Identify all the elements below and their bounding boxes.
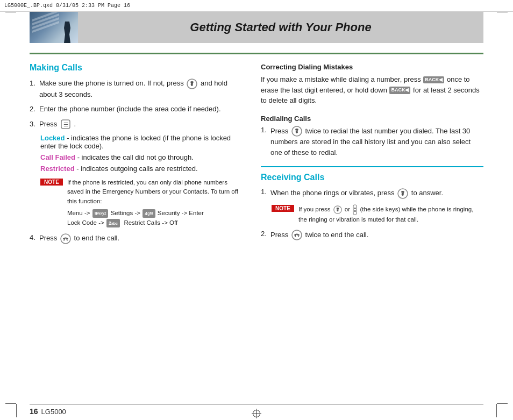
list-num-2: 2.: [30, 104, 39, 115]
redialing-content-1: Press twice to redial the last number yo…: [270, 126, 483, 158]
key-4-badge: 4ghi: [142, 209, 155, 218]
page-footer: 16 LG5000: [30, 404, 483, 416]
back-key-2: BACK◀: [389, 87, 410, 94]
header-image-lines: [32, 15, 59, 31]
svg-line-4: [64, 239, 65, 240]
receiving-num-1: 1.: [261, 188, 270, 199]
list-num-1: 1.: [30, 78, 39, 99]
footer-model: LG5000: [41, 408, 66, 416]
list-item-3: 3. Press ☰ .: [30, 119, 245, 130]
tick-mark: [5, 403, 16, 404]
svg-line-13: [295, 235, 296, 237]
redial-icon: [291, 126, 302, 137]
green-divider: [30, 53, 483, 54]
list-content-2: Enter the phone number (include the area…: [39, 104, 245, 115]
svg-line-14: [298, 235, 298, 237]
receiving-divider: [261, 166, 483, 167]
tick-mark: [16, 404, 17, 417]
receiving-item-2: 2. Press twice to end the call.: [261, 230, 483, 241]
note-block-receiving: NOTE If you press or: [272, 204, 483, 224]
header-image: [30, 12, 78, 43]
receiving-content-1: When the phone rings or vibrates, press …: [270, 188, 443, 199]
status-callfailed: Call Failed - indicates the call did not…: [40, 153, 245, 161]
svg-point-3: [61, 234, 70, 244]
two-column-layout: Making Calls 1. Make sure the phone is t…: [30, 63, 483, 249]
list-content-4: Press to end the call.: [39, 233, 245, 244]
key-9-badge: 9wxyz: [92, 209, 109, 218]
answer-icon: [397, 188, 408, 199]
correcting-text: If you make a mistake while dialing a nu…: [261, 74, 483, 106]
status-restricted-text: - indicates outgoing calls are restricte…: [76, 165, 197, 173]
making-calls-list: 1. Make sure the phone is turned on. If …: [30, 78, 245, 130]
note-phone-icon: [333, 205, 342, 214]
making-calls-title: Making Calls: [30, 63, 245, 73]
receiving-section: Receiving Calls 1. When the phone rings …: [261, 166, 483, 240]
list-content-1: Make sure the phone is turned on. If not…: [39, 78, 245, 99]
receiving-title: Receiving Calls: [261, 173, 483, 182]
end-call-icon: [60, 233, 71, 244]
note-receiving-text: If you press or (the side keys) wh: [298, 204, 483, 224]
correcting-section: Correcting Dialing Mistakes If you make …: [261, 63, 483, 106]
side-key-icon: [353, 204, 357, 215]
status-locked: Locked - indicates the phone is locked (…: [40, 134, 245, 150]
note-menu: Menu -> 9wxyz Settings -> 4ghi Security …: [67, 208, 245, 228]
page-header-bar: LG5000E_.BP.qxd 8/31/05 2:33 PM Page 16: [0, 0, 513, 12]
list-num-4: 4.: [30, 233, 39, 244]
send-icon-1: [187, 79, 197, 89]
redialing-section: Redialing Calls 1. Press twice to redial…: [261, 115, 483, 158]
send-icon-3: ☰: [60, 119, 71, 130]
list-item-2: 2. Enter the phone number (include the a…: [30, 104, 245, 115]
list-content-3: Press ☰ .: [39, 119, 245, 130]
note-text-content: If the phone is restricted, you can only…: [67, 178, 245, 228]
footer-page-number: 16: [30, 407, 38, 416]
svg-point-12: [292, 230, 302, 240]
left-column: Making Calls 1. Make sure the phone is t…: [30, 63, 245, 249]
redialing-num-1: 1.: [261, 126, 270, 158]
list-item-1: 1. Make sure the phone is turned on. If …: [30, 78, 245, 99]
key-2-badge: 2abc: [106, 219, 120, 227]
tick-mark: [5, 12, 16, 12]
redialing-item-1: 1. Press twice to redial the last number…: [261, 126, 483, 158]
status-restricted: Restricted - indicates outgoing calls ar…: [40, 165, 245, 173]
tick-mark: [496, 404, 497, 417]
svg-text:☰: ☰: [63, 122, 68, 127]
status-restricted-label: Restricted: [40, 165, 75, 173]
right-column: Correcting Dialing Mistakes If you make …: [261, 63, 483, 249]
tick-mark: [497, 403, 508, 404]
status-locked-text: - indicates the phone is locked (if the …: [40, 134, 231, 150]
back-key-1: BACK◀: [423, 76, 444, 84]
note-label-receiving: NOTE: [272, 205, 294, 212]
section-header: Getting Started with Your Phone: [30, 12, 483, 43]
receiving-item-1: 1. When the phone rings or vibrates, pre…: [261, 188, 483, 199]
svg-rect-10: [354, 208, 356, 209]
status-locked-label: Locked: [40, 134, 65, 142]
svg-rect-9: [353, 205, 357, 215]
list-num-3: 3.: [30, 119, 39, 130]
correcting-title: Correcting Dialing Mistakes: [261, 63, 483, 71]
header-bar-text: LG5000E_.BP.qxd 8/31/05 2:33 PM Page 16: [4, 3, 130, 9]
header-image-person: [62, 22, 73, 43]
note-label: NOTE: [40, 179, 63, 186]
list-item-4: 4. Press to end the call.: [30, 233, 245, 244]
redialing-title: Redialing Calls: [261, 115, 483, 123]
status-callfailed-label: Call Failed: [40, 153, 75, 161]
page-title: Getting Started with Your Phone: [78, 12, 483, 43]
status-callfailed-text: - indicates the call did not go through.: [77, 153, 194, 161]
svg-line-5: [67, 239, 67, 240]
note-block-making-calls: NOTE If the phone is restricted, you can…: [40, 178, 245, 228]
end-call-icon-2: [291, 230, 302, 240]
page-content: Getting Started with Your Phone Making C…: [30, 12, 483, 404]
tick-mark: [497, 12, 508, 12]
receiving-content-2: Press twice to end the call.: [270, 230, 368, 241]
receiving-num-2: 2.: [261, 230, 270, 241]
svg-rect-11: [354, 210, 356, 212]
